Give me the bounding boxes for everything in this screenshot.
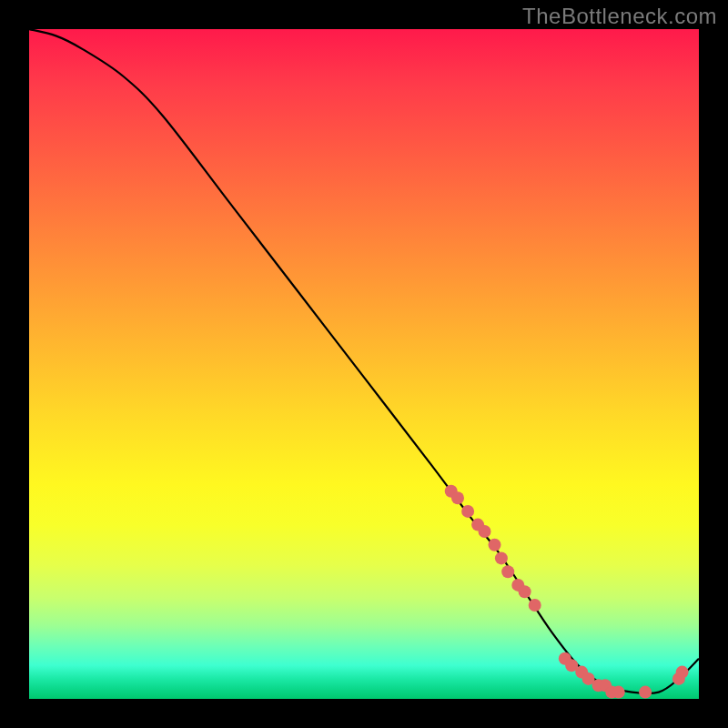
data-point [676, 666, 689, 679]
data-point [461, 505, 474, 518]
watermark-text: TheBottleneck.com [522, 4, 717, 29]
plot-area [29, 29, 699, 699]
data-points-group [445, 485, 689, 699]
data-point [479, 525, 491, 538]
chart-svg [29, 29, 699, 699]
data-point [451, 491, 464, 504]
data-point [519, 585, 531, 598]
data-point [529, 599, 541, 612]
chart-frame: TheBottleneck.com [0, 0, 728, 728]
data-point [501, 565, 514, 578]
data-point [639, 686, 652, 699]
data-point [495, 551, 508, 564]
bottleneck-curve [29, 29, 699, 693]
data-point [489, 539, 501, 551]
data-point [612, 686, 625, 699]
